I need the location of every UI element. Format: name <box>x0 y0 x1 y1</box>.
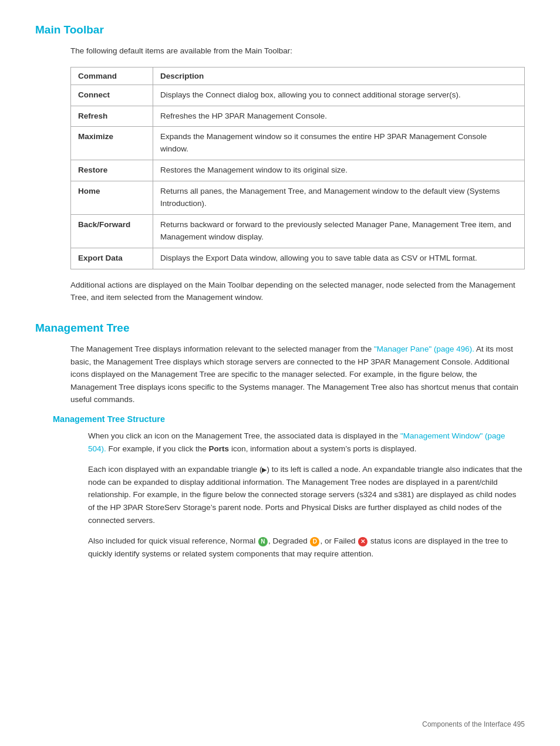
failed-status-icon: ✕ <box>358 537 367 546</box>
para3-part3: , or Failed <box>320 536 357 545</box>
main-toolbar-table: Command Description ConnectDisplays the … <box>70 67 525 269</box>
normal-status-icon: N <box>258 537 268 546</box>
para1-bold: Ports <box>209 444 230 453</box>
management-tree-intro: The Management Tree displays information… <box>70 343 525 406</box>
description-cell: Refreshes the HP 3PAR Management Console… <box>153 106 525 127</box>
footer-text: Components of the Interface 495 <box>422 720 525 728</box>
command-cell: Refresh <box>71 106 153 127</box>
para2-part1: Each icon displayed with an expandable t… <box>88 465 262 474</box>
command-cell: Export Data <box>71 248 153 269</box>
table-row: RefreshRefreshes the HP 3PAR Management … <box>71 106 525 127</box>
para3-part2: , Degraded <box>268 536 310 545</box>
col-description-header: Description <box>153 67 525 85</box>
table-row: MaximizeExpands the Management window so… <box>71 127 525 160</box>
table-row: HomeReturns all panes, the Management Tr… <box>71 181 525 215</box>
para1-part2: For example, if you click the <box>106 444 209 453</box>
table-row: ConnectDisplays the Connect dialog box, … <box>71 85 525 106</box>
structure-para3: Also included for quick visual reference… <box>88 535 525 560</box>
main-toolbar-table-wrapper: Command Description ConnectDisplays the … <box>70 67 525 269</box>
management-tree-structure-subsection: Management Tree Structure When you click… <box>53 414 525 560</box>
intro-text-part1: The Management Tree displays information… <box>70 345 374 353</box>
intro-text-part2: At its most basic, the Management Tree d… <box>70 345 518 404</box>
table-header-row: Command Description <box>71 67 525 85</box>
structure-para1: When you click an icon on the Management… <box>88 430 525 455</box>
table-row: Back/ForwardReturns backward or forward … <box>71 215 525 248</box>
manager-pane-link[interactable]: "Manager Pane" (page 496). <box>374 345 474 353</box>
main-toolbar-title: Main Toolbar <box>35 23 525 36</box>
degraded-status-icon: D <box>310 537 319 546</box>
main-toolbar-section: Main Toolbar The following default items… <box>35 23 525 304</box>
para1-part3: icon, information about a system’s ports… <box>229 444 416 453</box>
structure-para2: Each icon displayed with an expandable t… <box>88 463 525 526</box>
page-footer: Components of the Interface 495 <box>422 720 525 728</box>
management-tree-title: Management Tree <box>35 322 525 335</box>
management-tree-structure-title: Management Tree Structure <box>53 414 525 424</box>
additional-actions-text: Additional actions are displayed on the … <box>70 279 525 304</box>
command-cell: Restore <box>71 160 153 181</box>
command-cell: Maximize <box>71 127 153 160</box>
table-row: Export DataDisplays the Export Data wind… <box>71 248 525 269</box>
para1-part1: When you click an icon on the Management… <box>88 431 400 440</box>
command-cell: Back/Forward <box>71 215 153 248</box>
para3-part1: Also included for quick visual reference… <box>88 536 258 545</box>
description-cell: Displays the Export Data window, allowin… <box>153 248 525 269</box>
col-command-header: Command <box>71 67 153 85</box>
description-cell: Expands the Management window so it cons… <box>153 127 525 160</box>
management-tree-section: Management Tree The Management Tree disp… <box>35 322 525 560</box>
para2-part2: ) to its left is called a node. An expan… <box>88 465 522 524</box>
description-cell: Restores the Management window to its or… <box>153 160 525 181</box>
table-row: RestoreRestores the Management window to… <box>71 160 525 181</box>
command-cell: Connect <box>71 85 153 106</box>
main-toolbar-intro: The following default items are availabl… <box>70 45 525 58</box>
command-cell: Home <box>71 181 153 215</box>
description-cell: Returns all panes, the Management Tree, … <box>153 181 525 215</box>
description-cell: Displays the Connect dialog box, allowin… <box>153 85 525 106</box>
description-cell: Returns backward or forward to the previ… <box>153 215 525 248</box>
